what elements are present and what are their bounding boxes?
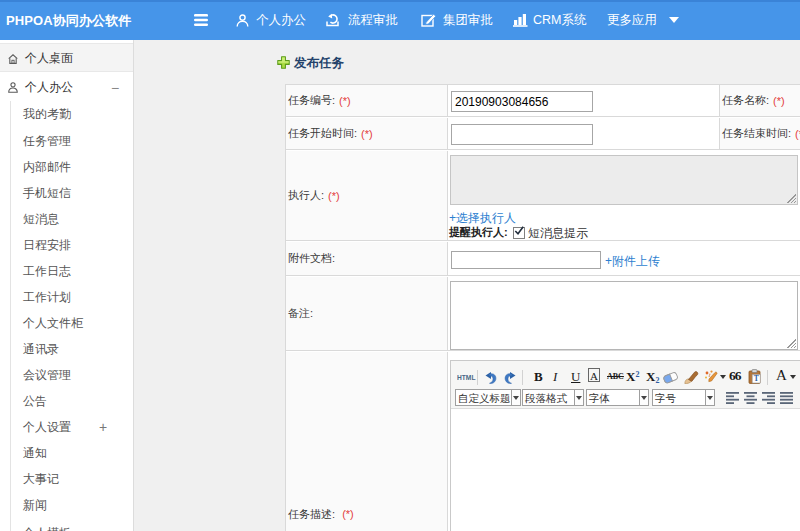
svg-text:T: T (754, 374, 759, 383)
